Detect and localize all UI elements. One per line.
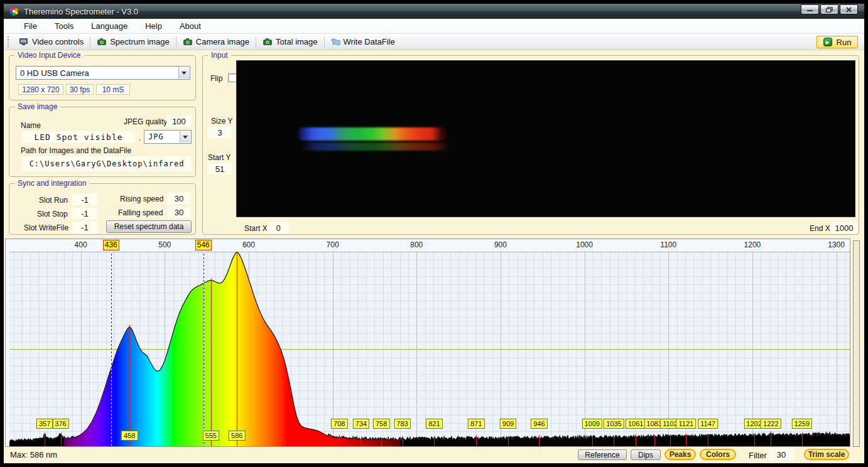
max-peak-readout: Max: 586 nm <box>10 450 57 459</box>
menu-about[interactable]: About <box>171 19 210 34</box>
save-image-legend: Save image <box>14 102 60 111</box>
jpeg-quality-label: JPEG quality <box>124 117 167 126</box>
play-icon: ▶ <box>823 38 832 46</box>
filter-label: Filter <box>749 451 767 460</box>
reference-wavelength-badge: 436 <box>103 240 119 250</box>
chart-side-strip <box>853 240 860 447</box>
toolbar: Video controls Spectrum image Camera ima… <box>4 34 864 50</box>
sync-group: Sync and integration Slot Run -1 Slot St… <box>9 183 196 235</box>
video-input-group: Video Input Device 0 HD USB Camera 1280 … <box>9 55 196 100</box>
x-tick-label: 1200 <box>744 240 761 249</box>
video-device-value: 0 HD USB Camera <box>20 68 89 78</box>
run-button[interactable]: ▶ Run <box>816 36 858 48</box>
spectrum-plot: 3573764585555867087347587838218719099461… <box>9 252 850 446</box>
start-x-field[interactable]: 0 <box>267 222 290 234</box>
restore-icon <box>826 7 833 13</box>
sync-legend: Sync and integration <box>14 179 89 188</box>
scroll-icon <box>331 38 340 46</box>
reset-spectrum-button[interactable]: Reset spectrum data <box>106 220 192 233</box>
name-field[interactable]: LED Spot visible <box>22 131 135 142</box>
format-value: JPG <box>148 132 164 141</box>
flip-checkbox[interactable] <box>228 73 237 82</box>
name-label: Name <box>21 121 41 130</box>
path-field[interactable]: C:\Users\GaryG\Desktop\infared <box>22 156 192 171</box>
x-tick-label: 600 <box>242 240 255 249</box>
slot-stop-label: Slot Stop <box>37 210 68 218</box>
video-controls-label: Video controls <box>32 37 84 46</box>
slot-writefile-label: Slot WriteFile <box>24 223 68 232</box>
name-extension-dot: . <box>139 134 141 142</box>
falling-speed-label: Falling speed <box>118 208 163 217</box>
close-button[interactable] <box>840 4 858 14</box>
fps-button[interactable]: 30 fps <box>66 84 94 95</box>
video-input-legend: Video Input Device <box>14 51 84 60</box>
toolbar-separator <box>90 36 90 48</box>
dips-button[interactable]: Dips <box>631 449 661 460</box>
menu-help[interactable]: Help <box>136 19 171 34</box>
spectrum-band-reflection <box>301 142 450 151</box>
x-axis: 4005006007008009001000110012001300436546 <box>9 239 850 252</box>
exposure-button[interactable]: 10 mS <box>96 84 130 95</box>
menu-file[interactable]: File <box>15 19 46 34</box>
camera-preview <box>236 60 855 217</box>
video-device-select[interactable]: 0 HD USB Camera <box>16 66 190 80</box>
save-image-group: Save image JPEG quality 100 Name LED Spo… <box>9 107 196 177</box>
chevron-down-icon <box>182 72 187 75</box>
menu-tools[interactable]: Tools <box>46 19 82 34</box>
size-y-label: Size Y <box>211 117 232 126</box>
combo-arrow[interactable] <box>178 67 189 78</box>
restore-button[interactable] <box>820 4 838 14</box>
slot-run-field[interactable]: -1 <box>72 194 97 205</box>
app-window: Theremino Spectrometer - V3.0 File Tools <box>4 4 864 463</box>
camera-icon <box>183 38 193 46</box>
rising-speed-field[interactable]: 30 <box>168 193 190 204</box>
menu-language[interactable]: Language <box>82 19 136 34</box>
combo-arrow[interactable] <box>180 131 190 142</box>
size-y-field[interactable]: 3 <box>208 127 232 138</box>
falling-speed-field[interactable]: 30 <box>168 207 190 218</box>
camera-image-button[interactable]: Camera image <box>178 35 254 49</box>
x-tick-label: 800 <box>410 240 423 249</box>
end-x-field[interactable]: 1000 <box>831 222 857 234</box>
jpeg-quality-field[interactable]: 100 <box>166 115 192 127</box>
trim-scale-button[interactable]: Trim scale <box>804 449 849 460</box>
start-y-field[interactable]: 51 <box>208 163 232 174</box>
peaks-button[interactable]: Peaks <box>665 449 696 460</box>
toolbar-separator <box>256 36 256 48</box>
x-tick-label: 1100 <box>660 240 676 249</box>
x-tick-label: 1000 <box>576 240 593 249</box>
camera-image-label: Camera image <box>196 37 249 46</box>
run-label: Run <box>837 38 852 47</box>
video-controls-button[interactable]: Video controls <box>14 35 89 49</box>
minimize-icon <box>807 8 813 12</box>
chevron-down-icon <box>183 136 188 139</box>
slot-writefile-field[interactable]: -1 <box>72 222 97 233</box>
flip-label: Flip <box>210 74 222 83</box>
spectrum-image-button[interactable]: Spectrum image <box>92 35 175 49</box>
reference-button[interactable]: Reference <box>578 449 627 460</box>
camera-icon <box>263 38 273 46</box>
spectrum-image-label: Spectrum image <box>110 37 170 46</box>
spectrum-band <box>296 127 448 141</box>
colors-button[interactable]: Colors <box>700 449 736 460</box>
path-label: Path for Images and the DataFile <box>21 146 131 155</box>
menu-bar: File Tools Language Help About <box>4 19 864 34</box>
toolbar-grip[interactable] <box>8 36 11 48</box>
start-x-label: Start X <box>244 224 268 233</box>
resolution-button[interactable]: 1280 x 720 <box>18 84 63 95</box>
format-select[interactable]: JPG <box>144 130 192 144</box>
total-image-button[interactable]: Total image <box>258 35 322 49</box>
window-title: Theremino Spectrometer - V3.0 <box>24 7 138 16</box>
write-datafile-label: Write DataFile <box>344 37 395 46</box>
x-tick-label: 500 <box>158 240 171 249</box>
write-datafile-button[interactable]: Write DataFile <box>326 35 400 49</box>
end-x-label: End X <box>810 224 830 233</box>
x-tick-label: 900 <box>494 240 507 249</box>
slot-run-label: Slot Run <box>39 196 68 205</box>
slot-stop-field[interactable]: -1 <box>72 208 97 219</box>
start-y-label: Start Y <box>208 153 231 162</box>
close-icon <box>846 7 852 13</box>
filter-field[interactable]: 30 <box>769 449 794 460</box>
minimize-button[interactable] <box>801 4 819 14</box>
total-image-label: Total image <box>276 37 317 46</box>
